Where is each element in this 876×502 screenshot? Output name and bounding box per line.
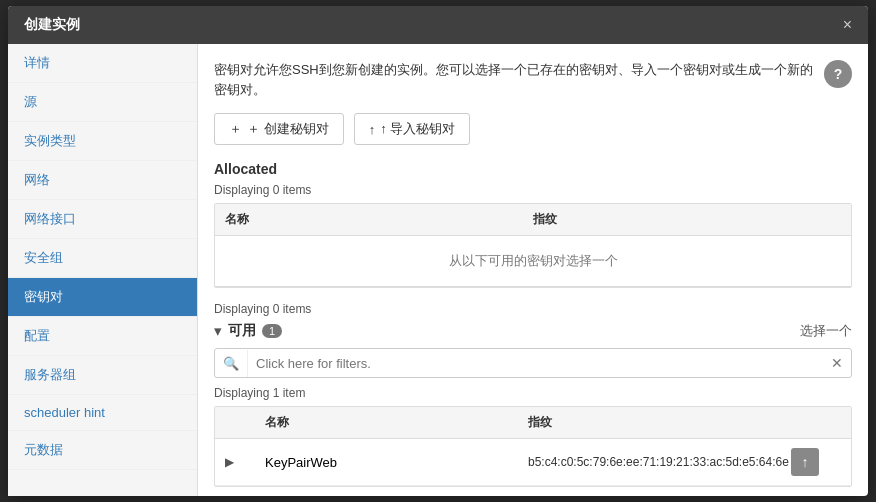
allocated-col-fingerprint: 指纹	[533, 211, 841, 228]
keypair-allocate-button[interactable]: ↑	[791, 448, 819, 476]
allocated-displaying-bottom: Displaying 0 items	[214, 302, 852, 316]
description-text: 密钥对允许您SSH到您新创建的实例。您可以选择一个已存在的密钥对、导入一个密钥对…	[214, 60, 814, 99]
available-count-badge: 1	[262, 324, 282, 338]
create-instance-modal: 创建实例 × 详情 源 实例类型 网络 网络接口 安全组 密钥对 配置 服务器组…	[8, 6, 868, 496]
sidebar-item-network[interactable]: 网络	[8, 161, 197, 200]
help-button[interactable]: ?	[824, 60, 852, 88]
sidebar-item-keypair[interactable]: 密钥对	[8, 278, 197, 317]
available-displaying-bottom: Displaying 1 item	[214, 495, 852, 496]
filter-clear-button[interactable]: ✕	[823, 349, 851, 377]
sidebar-item-config[interactable]: 配置	[8, 317, 197, 356]
chevron-down-icon[interactable]: ▾	[214, 322, 222, 340]
allocated-displaying-top: Displaying 0 items	[214, 183, 852, 197]
create-keypair-label: ＋ 创建秘钥对	[247, 120, 329, 138]
allocated-title: Allocated	[214, 161, 852, 177]
main-content: 密钥对允许您SSH到您新创建的实例。您可以选择一个已存在的密钥对、导入一个密钥对…	[198, 44, 868, 496]
import-keypair-icon: ↑	[369, 122, 376, 137]
sidebar-item-source[interactable]: 源	[8, 83, 197, 122]
allocated-table-header: 名称 指纹	[215, 204, 851, 236]
select-one-button[interactable]: 选择一个	[800, 322, 852, 340]
create-keypair-button[interactable]: ＋ ＋ 创建秘钥对	[214, 113, 344, 145]
sidebar-item-network-interface[interactable]: 网络接口	[8, 200, 197, 239]
available-table: 名称 指纹 ▶ KeyPairWeb b5:c4:c0:5c:79:6e:ee:…	[214, 406, 852, 487]
available-section-left: ▾ 可用 1	[214, 322, 282, 340]
table-row: ▶ KeyPairWeb b5:c4:c0:5c:79:6e:ee:71:19:…	[215, 439, 851, 486]
allocated-empty-message: 从以下可用的密钥对选择一个	[215, 236, 851, 287]
sidebar-item-instance-type[interactable]: 实例类型	[8, 122, 197, 161]
allocated-col-name: 名称	[225, 211, 533, 228]
avail-col-expand	[225, 414, 265, 431]
available-displaying-top: Displaying 1 item	[214, 386, 852, 400]
keypair-name: KeyPairWeb	[265, 455, 528, 470]
sidebar-item-security-group[interactable]: 安全组	[8, 239, 197, 278]
sidebar: 详情 源 实例类型 网络 网络接口 安全组 密钥对 配置 服务器组 schedu…	[8, 44, 198, 496]
filter-input[interactable]	[248, 350, 823, 377]
sidebar-item-server-group[interactable]: 服务器组	[8, 356, 197, 395]
filter-bar: 🔍 ✕	[214, 348, 852, 378]
modal-header: 创建实例 ×	[8, 6, 868, 44]
create-keypair-icon: ＋	[229, 120, 242, 138]
sidebar-item-scheduler-hint[interactable]: scheduler hint	[8, 395, 197, 431]
import-keypair-button[interactable]: ↑ ↑ 导入秘钥对	[354, 113, 471, 145]
description-bar: 密钥对允许您SSH到您新创建的实例。您可以选择一个已存在的密钥对、导入一个密钥对…	[214, 60, 852, 99]
modal-close-button[interactable]: ×	[843, 17, 852, 33]
action-buttons: ＋ ＋ 创建秘钥对 ↑ ↑ 导入秘钥对	[214, 113, 852, 145]
import-keypair-label: ↑ 导入秘钥对	[380, 120, 455, 138]
avail-col-action	[791, 414, 841, 431]
row-expand-icon[interactable]: ▶	[225, 455, 265, 469]
keypair-fingerprint: b5:c4:c0:5c:79:6e:ee:71:19:21:33:ac:5d:e…	[528, 455, 791, 469]
available-title: 可用	[228, 322, 256, 340]
available-table-header: 名称 指纹	[215, 407, 851, 439]
allocated-table: 名称 指纹 从以下可用的密钥对选择一个	[214, 203, 852, 288]
available-section-header: ▾ 可用 1 选择一个	[214, 322, 852, 340]
avail-col-name: 名称	[265, 414, 528, 431]
sidebar-item-metadata[interactable]: 元数据	[8, 431, 197, 470]
modal-title: 创建实例	[24, 16, 80, 34]
modal-body: 详情 源 实例类型 网络 网络接口 安全组 密钥对 配置 服务器组 schedu…	[8, 44, 868, 496]
sidebar-item-details[interactable]: 详情	[8, 44, 197, 83]
filter-search-icon: 🔍	[215, 350, 248, 377]
avail-col-fingerprint: 指纹	[528, 414, 791, 431]
